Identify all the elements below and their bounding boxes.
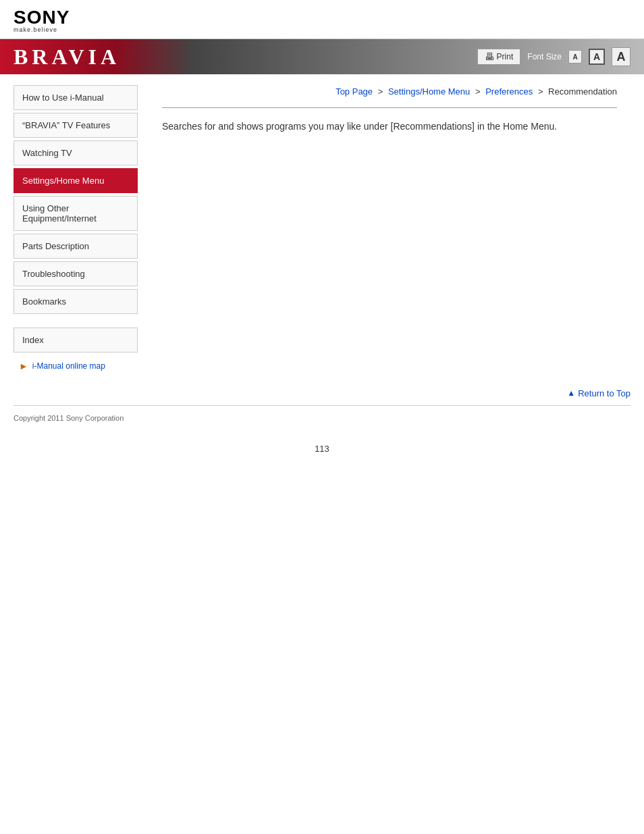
content-area: Top Page > Settings/Home Menu > Preferen… bbox=[149, 74, 630, 374]
sidebar-item-using-other-equipment[interactable]: Using Other Equipment/Internet bbox=[14, 196, 138, 231]
bravia-title: BRAVIA bbox=[14, 45, 120, 70]
content-divider bbox=[162, 107, 617, 108]
breadcrumb-settings-home-menu[interactable]: Settings/Home Menu bbox=[388, 86, 470, 97]
banner-right: 🖶 Print Font Size A A A bbox=[477, 47, 630, 66]
online-map-link[interactable]: ► i-Manual online map bbox=[14, 358, 138, 374]
sidebar-item-how-to-use[interactable]: How to Use i-Manual bbox=[14, 85, 138, 110]
footer: Copyright 2011 Sony Corporation bbox=[0, 406, 644, 430]
sidebar: How to Use i-Manual “BRAVIA” TV Features… bbox=[14, 74, 149, 374]
sidebar-item-bravia-features[interactable]: “BRAVIA” TV Features bbox=[14, 113, 138, 138]
content-text: Searches for and shows programs you may … bbox=[162, 119, 617, 134]
sony-logo-text: SONY bbox=[14, 8, 630, 27]
font-size-label: Font Size bbox=[527, 52, 562, 61]
bravia-banner: BRAVIA 🖶 Print Font Size A A A bbox=[0, 39, 644, 74]
breadcrumb-current: Recommendation bbox=[548, 86, 617, 97]
return-to-top-link[interactable]: ▲ Return to Top bbox=[567, 388, 630, 398]
page-number: 113 bbox=[0, 430, 644, 461]
print-button[interactable]: 🖶 Print bbox=[477, 49, 521, 65]
return-to-top-label: Return to Top bbox=[578, 388, 630, 398]
sidebar-item-parts-description[interactable]: Parts Description bbox=[14, 234, 138, 259]
print-label: Print bbox=[497, 52, 514, 61]
top-bar: SONY make.believe bbox=[0, 0, 644, 39]
sidebar-item-troubleshooting[interactable]: Troubleshooting bbox=[14, 261, 138, 286]
sony-tagline: make.believe bbox=[14, 27, 630, 33]
font-medium-button[interactable]: A bbox=[589, 49, 605, 65]
breadcrumb-preferences[interactable]: Preferences bbox=[485, 86, 533, 97]
content-body: Searches for and shows programs you may … bbox=[162, 119, 617, 134]
breadcrumb-sep2: > bbox=[475, 86, 483, 97]
print-icon: 🖶 bbox=[485, 51, 494, 62]
sidebar-item-index[interactable]: Index bbox=[14, 328, 138, 353]
breadcrumb-top-page[interactable]: Top Page bbox=[336, 86, 373, 97]
breadcrumb-sep3: > bbox=[538, 86, 545, 97]
sony-logo: SONY make.believe bbox=[14, 8, 630, 33]
font-small-button[interactable]: A bbox=[568, 50, 582, 63]
font-large-button[interactable]: A bbox=[612, 47, 630, 66]
arrow-right-icon: ► bbox=[19, 361, 28, 371]
breadcrumb: Top Page > Settings/Home Menu > Preferen… bbox=[162, 81, 617, 103]
main-wrapper: How to Use i-Manual “BRAVIA” TV Features… bbox=[0, 74, 644, 374]
breadcrumb-sep1: > bbox=[378, 86, 385, 97]
sidebar-item-settings-home-menu[interactable]: Settings/Home Menu bbox=[14, 168, 138, 193]
online-map-label: i-Manual online map bbox=[32, 361, 105, 371]
sidebar-item-watching-tv[interactable]: Watching TV bbox=[14, 140, 138, 165]
triangle-up-icon: ▲ bbox=[567, 388, 575, 398]
sidebar-item-bookmarks[interactable]: Bookmarks bbox=[14, 289, 138, 314]
copyright-text: Copyright 2011 Sony Corporation bbox=[14, 414, 124, 422]
return-to-top-row: ▲ Return to Top bbox=[0, 374, 644, 405]
